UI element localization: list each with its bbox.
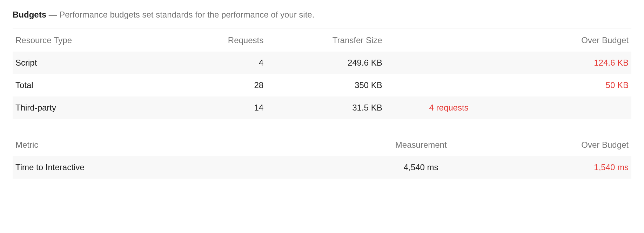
cell-requests: 28 — [180, 74, 266, 96]
cell-resource-type: Total — [13, 74, 180, 96]
table-row: Time to Interactive 4,540 ms 1,540 ms — [13, 156, 631, 179]
cell-over-budget-size: 50 KB — [502, 74, 631, 96]
cell-resource-type: Third-party — [13, 96, 180, 119]
col-over-budget: Over Budget — [489, 133, 631, 156]
table-header-row: Resource Type Requests Transfer Size Ove… — [13, 28, 631, 52]
cell-over-budget-size: 124.6 KB — [502, 52, 631, 74]
col-over-budget-requests — [396, 28, 502, 52]
cell-over-budget-requests: 4 requests — [396, 96, 502, 119]
table-row: Script 4 249.6 KB 124.6 KB — [13, 52, 631, 74]
col-resource-type: Resource Type — [13, 28, 180, 52]
cell-over-budget-requests — [396, 52, 502, 74]
budgets-section-header: Budgets — Performance budgets set standa… — [13, 10, 631, 28]
cell-transfer-size: 350 KB — [266, 74, 396, 96]
metric-budget-table: Metric Measurement Over Budget Time to I… — [13, 133, 631, 179]
cell-transfer-size: 249.6 KB — [266, 52, 396, 74]
table-row: Total 28 350 KB 50 KB — [13, 74, 631, 96]
cell-resource-type: Script — [13, 52, 180, 74]
cell-over-budget-requests — [396, 74, 502, 96]
cell-transfer-size: 31.5 KB — [266, 96, 396, 119]
col-measurement: Measurement — [353, 133, 489, 156]
cell-measurement: 4,540 ms — [353, 156, 489, 179]
section-description: Performance budgets set standards for th… — [59, 10, 314, 19]
col-requests: Requests — [180, 28, 266, 52]
col-metric: Metric — [13, 133, 353, 156]
cell-requests: 4 — [180, 52, 266, 74]
table-header-row: Metric Measurement Over Budget — [13, 133, 631, 156]
section-title: Budgets — [13, 10, 46, 19]
resource-budget-table: Resource Type Requests Transfer Size Ove… — [13, 28, 631, 119]
cell-over-budget-size — [502, 96, 631, 119]
col-transfer-size: Transfer Size — [266, 28, 396, 52]
cell-metric: Time to Interactive — [13, 156, 353, 179]
table-row: Third-party 14 31.5 KB 4 requests — [13, 96, 631, 119]
cell-over-budget: 1,540 ms — [489, 156, 631, 179]
cell-requests: 14 — [180, 96, 266, 119]
section-separator: — — [46, 10, 59, 19]
col-over-budget: Over Budget — [502, 28, 631, 52]
